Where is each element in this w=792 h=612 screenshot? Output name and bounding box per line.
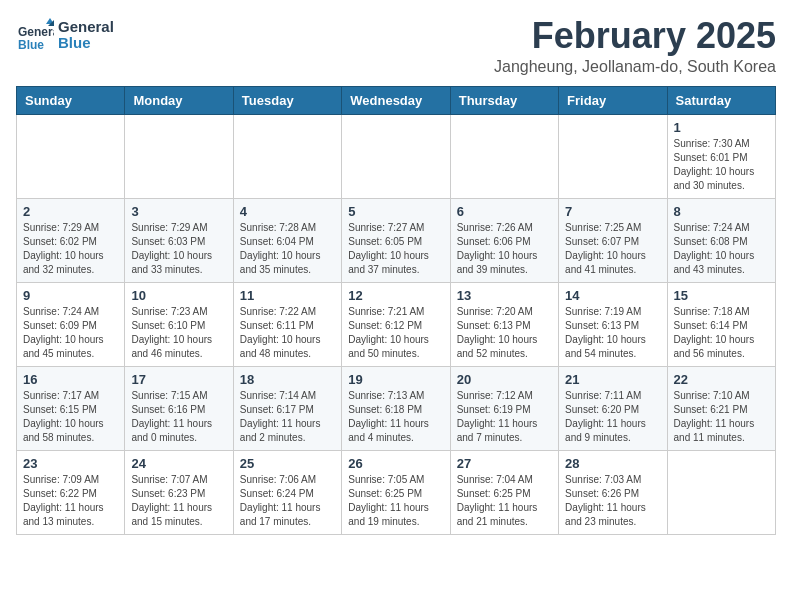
day-number: 9	[23, 288, 118, 303]
calendar-cell: 21Sunrise: 7:11 AM Sunset: 6:20 PM Dayli…	[559, 366, 667, 450]
logo-blue-text: Blue	[58, 35, 114, 52]
day-info: Sunrise: 7:24 AM Sunset: 6:08 PM Dayligh…	[674, 221, 769, 277]
day-info: Sunrise: 7:20 AM Sunset: 6:13 PM Dayligh…	[457, 305, 552, 361]
calendar-cell: 9Sunrise: 7:24 AM Sunset: 6:09 PM Daylig…	[17, 282, 125, 366]
day-info: Sunrise: 7:22 AM Sunset: 6:11 PM Dayligh…	[240, 305, 335, 361]
calendar-table: SundayMondayTuesdayWednesdayThursdayFrid…	[16, 86, 776, 535]
logo-general-text: General	[58, 19, 114, 36]
day-number: 6	[457, 204, 552, 219]
calendar-cell: 14Sunrise: 7:19 AM Sunset: 6:13 PM Dayli…	[559, 282, 667, 366]
svg-text:General: General	[18, 25, 54, 39]
calendar-cell: 7Sunrise: 7:25 AM Sunset: 6:07 PM Daylig…	[559, 198, 667, 282]
day-info: Sunrise: 7:18 AM Sunset: 6:14 PM Dayligh…	[674, 305, 769, 361]
day-info: Sunrise: 7:30 AM Sunset: 6:01 PM Dayligh…	[674, 137, 769, 193]
day-info: Sunrise: 7:07 AM Sunset: 6:23 PM Dayligh…	[131, 473, 226, 529]
day-info: Sunrise: 7:04 AM Sunset: 6:25 PM Dayligh…	[457, 473, 552, 529]
calendar-cell: 12Sunrise: 7:21 AM Sunset: 6:12 PM Dayli…	[342, 282, 450, 366]
day-number: 16	[23, 372, 118, 387]
calendar-cell: 4Sunrise: 7:28 AM Sunset: 6:04 PM Daylig…	[233, 198, 341, 282]
day-number: 5	[348, 204, 443, 219]
day-number: 24	[131, 456, 226, 471]
day-number: 22	[674, 372, 769, 387]
calendar-cell: 22Sunrise: 7:10 AM Sunset: 6:21 PM Dayli…	[667, 366, 775, 450]
day-number: 1	[674, 120, 769, 135]
day-number: 12	[348, 288, 443, 303]
day-info: Sunrise: 7:12 AM Sunset: 6:19 PM Dayligh…	[457, 389, 552, 445]
logo-icon: General Blue	[16, 16, 54, 54]
day-info: Sunrise: 7:21 AM Sunset: 6:12 PM Dayligh…	[348, 305, 443, 361]
day-of-week-friday: Friday	[559, 86, 667, 114]
day-info: Sunrise: 7:26 AM Sunset: 6:06 PM Dayligh…	[457, 221, 552, 277]
calendar-cell: 1Sunrise: 7:30 AM Sunset: 6:01 PM Daylig…	[667, 114, 775, 198]
day-number: 19	[348, 372, 443, 387]
calendar-week-row: 1Sunrise: 7:30 AM Sunset: 6:01 PM Daylig…	[17, 114, 776, 198]
day-number: 10	[131, 288, 226, 303]
day-number: 20	[457, 372, 552, 387]
calendar-cell: 17Sunrise: 7:15 AM Sunset: 6:16 PM Dayli…	[125, 366, 233, 450]
day-info: Sunrise: 7:03 AM Sunset: 6:26 PM Dayligh…	[565, 473, 660, 529]
calendar-cell: 10Sunrise: 7:23 AM Sunset: 6:10 PM Dayli…	[125, 282, 233, 366]
day-number: 8	[674, 204, 769, 219]
calendar-week-row: 16Sunrise: 7:17 AM Sunset: 6:15 PM Dayli…	[17, 366, 776, 450]
day-number: 2	[23, 204, 118, 219]
calendar-cell	[233, 114, 341, 198]
day-number: 13	[457, 288, 552, 303]
day-info: Sunrise: 7:29 AM Sunset: 6:03 PM Dayligh…	[131, 221, 226, 277]
calendar-cell	[342, 114, 450, 198]
calendar-cell	[559, 114, 667, 198]
day-number: 28	[565, 456, 660, 471]
day-info: Sunrise: 7:24 AM Sunset: 6:09 PM Dayligh…	[23, 305, 118, 361]
calendar-cell	[125, 114, 233, 198]
logo: General Blue General Blue	[16, 16, 114, 54]
day-info: Sunrise: 7:15 AM Sunset: 6:16 PM Dayligh…	[131, 389, 226, 445]
calendar-cell: 5Sunrise: 7:27 AM Sunset: 6:05 PM Daylig…	[342, 198, 450, 282]
day-info: Sunrise: 7:06 AM Sunset: 6:24 PM Dayligh…	[240, 473, 335, 529]
calendar-cell: 11Sunrise: 7:22 AM Sunset: 6:11 PM Dayli…	[233, 282, 341, 366]
calendar-cell	[450, 114, 558, 198]
day-info: Sunrise: 7:28 AM Sunset: 6:04 PM Dayligh…	[240, 221, 335, 277]
day-info: Sunrise: 7:25 AM Sunset: 6:07 PM Dayligh…	[565, 221, 660, 277]
calendar-cell: 3Sunrise: 7:29 AM Sunset: 6:03 PM Daylig…	[125, 198, 233, 282]
day-info: Sunrise: 7:05 AM Sunset: 6:25 PM Dayligh…	[348, 473, 443, 529]
location: Jangheung, Jeollanam-do, South Korea	[494, 58, 776, 76]
day-number: 27	[457, 456, 552, 471]
day-info: Sunrise: 7:23 AM Sunset: 6:10 PM Dayligh…	[131, 305, 226, 361]
calendar-header-row: SundayMondayTuesdayWednesdayThursdayFrid…	[17, 86, 776, 114]
day-of-week-saturday: Saturday	[667, 86, 775, 114]
calendar-cell	[17, 114, 125, 198]
calendar-cell: 16Sunrise: 7:17 AM Sunset: 6:15 PM Dayli…	[17, 366, 125, 450]
calendar-cell: 2Sunrise: 7:29 AM Sunset: 6:02 PM Daylig…	[17, 198, 125, 282]
day-info: Sunrise: 7:19 AM Sunset: 6:13 PM Dayligh…	[565, 305, 660, 361]
day-number: 14	[565, 288, 660, 303]
day-of-week-wednesday: Wednesday	[342, 86, 450, 114]
day-number: 4	[240, 204, 335, 219]
calendar-cell: 24Sunrise: 7:07 AM Sunset: 6:23 PM Dayli…	[125, 450, 233, 534]
day-info: Sunrise: 7:11 AM Sunset: 6:20 PM Dayligh…	[565, 389, 660, 445]
day-number: 21	[565, 372, 660, 387]
day-number: 7	[565, 204, 660, 219]
month-title: February 2025	[494, 16, 776, 56]
day-info: Sunrise: 7:27 AM Sunset: 6:05 PM Dayligh…	[348, 221, 443, 277]
calendar-cell: 20Sunrise: 7:12 AM Sunset: 6:19 PM Dayli…	[450, 366, 558, 450]
day-info: Sunrise: 7:29 AM Sunset: 6:02 PM Dayligh…	[23, 221, 118, 277]
calendar-cell: 18Sunrise: 7:14 AM Sunset: 6:17 PM Dayli…	[233, 366, 341, 450]
calendar-week-row: 23Sunrise: 7:09 AM Sunset: 6:22 PM Dayli…	[17, 450, 776, 534]
calendar-cell: 25Sunrise: 7:06 AM Sunset: 6:24 PM Dayli…	[233, 450, 341, 534]
day-of-week-tuesday: Tuesday	[233, 86, 341, 114]
page-header: General Blue General Blue February 2025 …	[16, 16, 776, 76]
day-number: 15	[674, 288, 769, 303]
calendar-cell: 26Sunrise: 7:05 AM Sunset: 6:25 PM Dayli…	[342, 450, 450, 534]
calendar-week-row: 9Sunrise: 7:24 AM Sunset: 6:09 PM Daylig…	[17, 282, 776, 366]
day-of-week-monday: Monday	[125, 86, 233, 114]
calendar-cell: 6Sunrise: 7:26 AM Sunset: 6:06 PM Daylig…	[450, 198, 558, 282]
day-info: Sunrise: 7:14 AM Sunset: 6:17 PM Dayligh…	[240, 389, 335, 445]
calendar-cell: 27Sunrise: 7:04 AM Sunset: 6:25 PM Dayli…	[450, 450, 558, 534]
day-number: 3	[131, 204, 226, 219]
day-info: Sunrise: 7:17 AM Sunset: 6:15 PM Dayligh…	[23, 389, 118, 445]
title-block: February 2025 Jangheung, Jeollanam-do, S…	[494, 16, 776, 76]
calendar-cell: 19Sunrise: 7:13 AM Sunset: 6:18 PM Dayli…	[342, 366, 450, 450]
calendar-cell: 28Sunrise: 7:03 AM Sunset: 6:26 PM Dayli…	[559, 450, 667, 534]
day-number: 11	[240, 288, 335, 303]
calendar-cell: 23Sunrise: 7:09 AM Sunset: 6:22 PM Dayli…	[17, 450, 125, 534]
calendar-cell: 15Sunrise: 7:18 AM Sunset: 6:14 PM Dayli…	[667, 282, 775, 366]
